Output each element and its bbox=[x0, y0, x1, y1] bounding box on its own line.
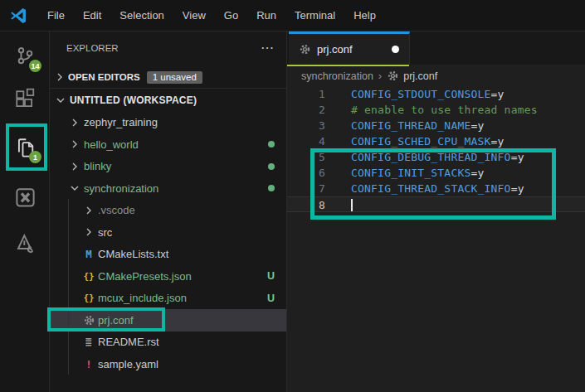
git-untracked-badge: U bbox=[267, 293, 275, 304]
cmake-file-icon: M bbox=[81, 248, 96, 260]
breadcrumb-file[interactable]: prj.conf bbox=[387, 70, 437, 82]
code-area[interactable]: 1CONFIG_STDOUT_CONSOLE=y2# enable to use… bbox=[287, 86, 585, 212]
menu-edit[interactable]: Edit bbox=[74, 0, 110, 31]
chevron-right-icon bbox=[81, 204, 96, 217]
triangle-wrench-extension-icon bbox=[13, 231, 37, 254]
sidebar-title: EXPLORER bbox=[66, 43, 119, 53]
line-number: 7 bbox=[287, 181, 325, 196]
modified-dot-icon[interactable] bbox=[392, 46, 399, 53]
more-actions-icon[interactable]: ⋯ bbox=[261, 44, 275, 52]
tab-label: prj.conf bbox=[317, 43, 353, 56]
item-label: mcux_include.json bbox=[98, 292, 187, 304]
item-label: CMakeLists.txt bbox=[98, 248, 168, 260]
line-text: # enable to use thread names bbox=[351, 102, 538, 118]
tab-prj-conf[interactable]: prj.conf bbox=[289, 31, 410, 65]
activity-x-box-extension[interactable] bbox=[0, 182, 50, 211]
menu-help[interactable]: Help bbox=[344, 0, 385, 31]
code-line-7[interactable]: 7CONFIG_THREAD_STACK_INFO=y bbox=[287, 181, 585, 196]
rst-file-icon: ≣ bbox=[81, 336, 96, 348]
tree-item-synchronization[interactable]: synchronization bbox=[50, 177, 286, 200]
git-untracked-badge: U bbox=[267, 270, 275, 282]
menu-terminal[interactable]: Terminal bbox=[285, 0, 344, 31]
tree-item-src[interactable]: src bbox=[50, 221, 286, 244]
menu-go[interactable]: Go bbox=[215, 0, 247, 31]
item-label: README.rst bbox=[98, 336, 159, 348]
menu-run[interactable]: Run bbox=[247, 0, 285, 31]
menu-view[interactable]: View bbox=[173, 0, 215, 31]
tree-item-sample-yaml[interactable]: !sample.yaml bbox=[50, 353, 286, 375]
tree-item-blinky[interactable]: blinky bbox=[50, 156, 286, 178]
unsaved-badge: 1 unsaved bbox=[147, 71, 202, 84]
item-label: synchronization bbox=[84, 182, 158, 195]
git-modified-dot-icon bbox=[268, 185, 275, 191]
tree-item-prj-conf[interactable]: prj.conf bbox=[50, 309, 286, 332]
tree-item-readme-rst[interactable]: ≣README.rst bbox=[50, 332, 286, 354]
line-number: 2 bbox=[287, 102, 325, 118]
menu-selection[interactable]: Selection bbox=[110, 0, 173, 31]
item-label: src bbox=[98, 226, 112, 239]
chevron-right-icon bbox=[67, 138, 82, 151]
json-file-icon: {} bbox=[81, 271, 96, 282]
line-number: 1 bbox=[287, 86, 325, 102]
line-text: CONFIG_THREAD_STACK_INFO=y bbox=[351, 181, 524, 196]
tree-item-cmakelists-txt[interactable]: MCMakeLists.txt bbox=[50, 244, 286, 266]
line-text: CONFIG_DEBUG_THREAD_INFO=y bbox=[351, 149, 524, 165]
gear-icon bbox=[387, 70, 399, 82]
activity-triangle-wrench-extension[interactable] bbox=[0, 229, 50, 257]
activity-explorer[interactable]: 1 bbox=[0, 133, 50, 161]
line-text bbox=[351, 197, 353, 211]
item-label: zephyr_training bbox=[84, 116, 158, 128]
item-label: prj.conf bbox=[98, 314, 134, 327]
chevron-right-icon bbox=[67, 160, 82, 173]
text-cursor bbox=[351, 199, 353, 211]
indent-guide bbox=[68, 199, 69, 375]
menu-file[interactable]: File bbox=[38, 0, 74, 31]
tree-item-hello-world[interactable]: hello_world bbox=[50, 133, 286, 156]
breadcrumb-folder[interactable]: synchronization bbox=[301, 70, 373, 82]
explorer-badge: 1 bbox=[29, 151, 41, 163]
breadcrumb: synchronization › prj.conf bbox=[287, 65, 585, 87]
chevron-right-icon bbox=[67, 116, 82, 129]
item-label: blinky bbox=[84, 160, 111, 172]
line-number: 5 bbox=[287, 149, 325, 165]
item-label: UNTITLED (WORKSPACE) bbox=[70, 94, 197, 106]
tree-item-zephyr-training[interactable]: zephyr_training bbox=[50, 112, 286, 134]
gear-icon bbox=[299, 43, 311, 56]
tree-item-cmakepresets-json[interactable]: {}CMakePresets.jsonU bbox=[50, 265, 286, 288]
activity-extensions[interactable] bbox=[0, 85, 50, 113]
workspace-header[interactable]: UNTITLED (WORKSPACE) bbox=[50, 90, 286, 112]
code-line-3[interactable]: 3CONFIG_THREAD_NAME=y bbox=[287, 118, 585, 133]
breadcrumb-separator-icon: › bbox=[378, 70, 382, 82]
chevron-down-icon bbox=[67, 181, 82, 195]
code-line-5[interactable]: 5CONFIG_DEBUG_THREAD_INFO=y bbox=[287, 149, 585, 165]
file-tree: UNTITLED (WORKSPACE)zephyr_traininghello… bbox=[50, 90, 286, 375]
source-control-badge: 14 bbox=[29, 60, 41, 72]
line-number: 3 bbox=[287, 118, 325, 133]
item-label: sample.yaml bbox=[98, 358, 158, 370]
code-line-1[interactable]: 1CONFIG_STDOUT_CONSOLE=y bbox=[287, 86, 585, 102]
titlebar: FileEditSelectionViewGoRunTerminalHelp bbox=[0, 0, 585, 31]
line-number: 4 bbox=[287, 133, 325, 149]
yaml-file-icon: ! bbox=[81, 358, 96, 370]
open-editors-section[interactable]: OPEN EDITORS 1 unsaved bbox=[50, 66, 286, 89]
open-editors-label: OPEN EDITORS bbox=[68, 72, 140, 82]
tree-item-mcux-include-json[interactable]: {}mcux_include.jsonU bbox=[50, 288, 286, 310]
item-label: CMakePresets.json bbox=[98, 270, 192, 283]
sidebar-header: EXPLORER ⋯ bbox=[50, 31, 286, 65]
code-line-2[interactable]: 2# enable to use thread names bbox=[287, 102, 585, 118]
editor-group[interactable]: prj.conf synchronization › prj.conf 1CON… bbox=[287, 31, 585, 392]
tab-bar: prj.conf bbox=[287, 31, 585, 65]
activity-source-control[interactable]: 14 bbox=[0, 41, 50, 70]
code-line-6[interactable]: 6CONFIG_INIT_STACKS=y bbox=[287, 165, 585, 181]
tree-item--vscode[interactable]: .vscode bbox=[50, 200, 286, 222]
item-label: hello_world bbox=[84, 138, 139, 151]
code-line-8[interactable]: 8 bbox=[287, 196, 585, 212]
git-modified-dot-icon bbox=[268, 141, 275, 148]
line-text: CONFIG_SCHED_CPU_MASK=y bbox=[351, 133, 505, 149]
line-text: CONFIG_INIT_STACKS=y bbox=[351, 165, 485, 181]
item-label: .vscode bbox=[98, 204, 135, 216]
gear-file-icon bbox=[81, 314, 96, 327]
git-modified-dot-icon bbox=[268, 163, 275, 170]
code-line-4[interactable]: 4CONFIG_SCHED_CPU_MASK=y bbox=[287, 133, 585, 149]
vscode-logo-icon bbox=[8, 6, 28, 26]
